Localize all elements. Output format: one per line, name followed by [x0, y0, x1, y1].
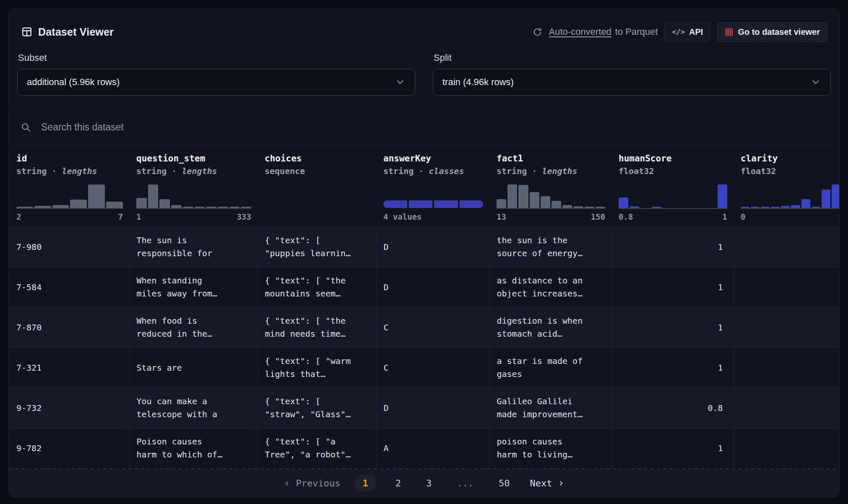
histogram-bar	[218, 207, 228, 208]
cell-answerKey: C	[377, 348, 490, 388]
histogram-min-max-labels: 0	[741, 212, 839, 222]
cell-clarity: 1.	[734, 428, 839, 468]
cell-clarity: 1.	[734, 307, 839, 348]
histogram-bar	[507, 184, 517, 208]
histogram-max-label: 333	[237, 212, 251, 222]
histogram-baseline	[619, 208, 727, 209]
cell-question_stem: You can make a telescope with a	[130, 388, 258, 428]
cell-question_stem: When food is reduced in the…	[130, 307, 258, 348]
cell-answerKey: C	[377, 307, 490, 348]
cell-humanScore: 0.8	[612, 388, 734, 428]
cell-fact1: poison causes harm to living…	[490, 428, 612, 468]
red-table-icon	[725, 28, 734, 36]
histogram-min-max-labels: 13150	[497, 212, 605, 222]
cell-choices: { "text": [ "warm lights that…	[258, 348, 377, 388]
class-segment	[434, 200, 458, 208]
histogram-bar	[88, 184, 105, 208]
search-input[interactable]	[41, 122, 827, 133]
histogram-bar	[801, 199, 810, 208]
histogram-bar	[541, 196, 550, 208]
next-button[interactable]: Next ›	[530, 477, 564, 489]
histogram-bar	[70, 200, 87, 208]
cell-choices: { "text": [ "the mind needs time…	[258, 307, 377, 348]
histogram-baseline	[265, 208, 370, 209]
histogram-bar	[106, 202, 123, 208]
cell-choices: { "text": [ "straw", "Glass"…	[258, 388, 377, 428]
cell-choices: { "text": [ "puppies learnin…	[258, 227, 377, 267]
page-button-2[interactable]: 2	[390, 475, 406, 491]
histogram-bar	[629, 206, 639, 208]
column-header-id: idstring · lengths27	[9, 145, 130, 227]
cell-answerKey: D	[377, 267, 490, 307]
histogram-bar	[148, 184, 159, 208]
histogram-min-max-labels: 27	[16, 212, 123, 222]
histogram-bar	[518, 185, 528, 208]
cell-question_stem: When standing miles away from…	[130, 267, 258, 307]
split-select[interactable]: train (4.96k rows)	[433, 69, 831, 96]
previous-label: Previous	[296, 478, 341, 488]
column-type: string · lengths	[136, 165, 251, 177]
cell-humanScore: 1	[612, 307, 734, 348]
column-type: string · lengths	[16, 165, 123, 177]
cell-fact1: as distance to an object increases…	[490, 267, 612, 307]
cell-answerKey: D	[377, 388, 490, 428]
next-label: Next	[530, 478, 552, 488]
api-button-label: API	[689, 27, 703, 37]
histogram-min-label: 4 values	[383, 212, 422, 222]
column-name: id	[16, 153, 123, 164]
column-header-humanScore: humanScorefloat320.81	[612, 145, 734, 227]
chevron-right-icon: ›	[558, 477, 564, 489]
split-label: Split	[433, 52, 831, 63]
auto-converted-link[interactable]: Auto-converted	[549, 26, 611, 37]
cell-humanScore: 1	[612, 348, 734, 388]
cell-id: 7-870	[9, 307, 130, 348]
cell-id: 9-732	[9, 388, 130, 428]
table-row: 7-584When standing miles away from…{ "te…	[9, 267, 839, 307]
table-row: 9-782Poison causes harm to which of…{ "t…	[9, 428, 839, 468]
subset-select[interactable]: additional (5.96k rows)	[17, 69, 415, 96]
data-table: idstring · lengths27question_stemstring …	[9, 145, 839, 469]
histogram-bar	[195, 207, 205, 208]
class-segment	[383, 200, 407, 208]
go-to-dataset-viewer-button[interactable]: Go to dataset viewer	[717, 22, 827, 42]
search-icon	[21, 122, 31, 132]
histogram-max-label: 150	[591, 212, 605, 222]
page-button-3[interactable]: 3	[421, 475, 437, 491]
histogram-min-label: 0.8	[619, 212, 633, 222]
cell-humanScore: 1	[612, 267, 734, 307]
cell-fact1: Galileo Galilei made improvement…	[490, 388, 612, 428]
histogram-bar	[171, 205, 182, 208]
histogram-bar	[832, 184, 839, 208]
subset-split-controls: Subset additional (5.96k rows) Split tra…	[9, 51, 839, 109]
previous-button[interactable]: ‹ Previous	[284, 477, 340, 489]
column-type: float32	[741, 165, 839, 177]
cell-clarity	[734, 388, 839, 428]
search-bar	[9, 110, 839, 144]
cell-humanScore: 1	[612, 428, 734, 468]
column-header-answerKey: answerKeystring · classes4 values	[377, 145, 490, 227]
histogram-min-max-labels: 1333	[136, 212, 251, 222]
cell-humanScore: 1	[612, 227, 734, 267]
column-type: sequence	[265, 165, 370, 177]
page-button-1[interactable]: 1	[355, 475, 375, 491]
histogram-baseline	[136, 208, 251, 209]
cell-clarity: 1.	[734, 267, 839, 307]
cell-answerKey: A	[377, 428, 490, 468]
page-ellipsis: ...	[452, 475, 479, 491]
histogram-bar	[497, 199, 506, 208]
go-to-dataset-viewer-label: Go to dataset viewer	[738, 27, 820, 37]
page-button-50[interactable]: 50	[494, 475, 515, 491]
column-name: fact1	[497, 153, 605, 164]
dataset-viewer-card: Dataset Viewer Auto-converted to Parquet…	[8, 8, 840, 497]
histogram-fact1	[497, 184, 605, 208]
histogram-bar	[822, 190, 830, 208]
subset-selected-value: additional (5.96k rows)	[27, 77, 120, 88]
api-button[interactable]: </> API	[664, 22, 710, 42]
histogram-humanScore	[619, 184, 727, 208]
histogram-bar	[791, 205, 800, 208]
histogram-bar	[34, 206, 51, 208]
table-row: 7-870When food is reduced in the…{ "text…	[9, 307, 839, 348]
histogram-min-label: 13	[497, 212, 506, 222]
class-segment	[460, 200, 484, 208]
column-name: answerKey	[383, 153, 483, 164]
